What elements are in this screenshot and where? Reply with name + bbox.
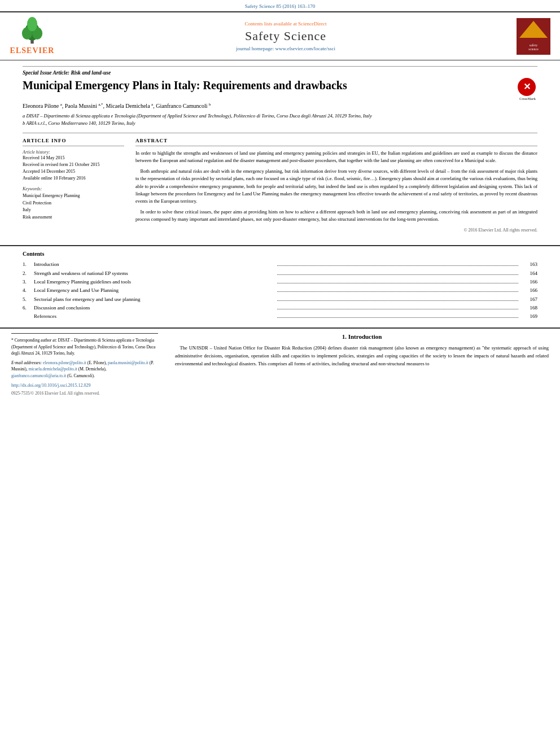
keyword-4: Risk assessment bbox=[23, 214, 124, 221]
abstract-heading: ABSTRACT bbox=[135, 138, 537, 146]
introduction-section: 1. Introduction The UN/ISDR – United Nat… bbox=[175, 333, 549, 396]
email-note: E-mail addresses: eleonora.pilone@polito… bbox=[11, 360, 158, 379]
table-of-contents: Contents 1. Introduction 163 2. Strength… bbox=[0, 251, 560, 321]
accepted-date: Accepted 14 December 2015 bbox=[23, 168, 124, 175]
toc-page-5: 167 bbox=[520, 295, 537, 304]
toc-title-6: Discussion and conclusions bbox=[34, 304, 275, 312]
toc-references: References 169 bbox=[23, 312, 537, 321]
toc-num-4: 4. bbox=[23, 286, 34, 295]
doi-link[interactable]: http://dx.doi.org/10.1016/j.ssci.2015.12… bbox=[11, 382, 158, 389]
toc-page-2: 164 bbox=[520, 269, 537, 278]
abstract-para-2: Both anthropic and natural risks are dea… bbox=[135, 168, 537, 205]
keyword-2: Civil Protection bbox=[23, 200, 124, 207]
toc-title-1: Introduction bbox=[34, 260, 275, 269]
toc-num-5: 5. bbox=[23, 295, 34, 304]
article-title-text: Municipal Emergency Plans in Italy: Requ… bbox=[23, 78, 347, 93]
toc-item-5: 5. Sectorial plans for emergency and lan… bbox=[23, 295, 537, 304]
toc-dots-5 bbox=[277, 297, 518, 300]
citation-bar: Safety Science 85 (2016) 163–170 bbox=[0, 0, 560, 11]
abstract-text-block: In order to highlight the strengths and … bbox=[135, 150, 537, 224]
footnotes-block: * Corresponding author at: DISAT – Dipar… bbox=[11, 333, 158, 396]
article-info-abstract: ARTICLE INFO Article history: Received 1… bbox=[23, 133, 537, 233]
journal-center-block: Contents lists available at ScienceDirec… bbox=[63, 21, 508, 51]
cover-thumbnail: safetyscience bbox=[517, 18, 550, 55]
toc-page-ref: 169 bbox=[520, 312, 537, 321]
toc-item-6: 6. Discussion and conclusions 168 bbox=[23, 304, 537, 312]
toc-dots-6 bbox=[277, 306, 518, 309]
toc-dots-2 bbox=[277, 271, 518, 274]
toc-dots-ref bbox=[277, 314, 518, 318]
main-content: Special Issue Article: Risk and land-use… bbox=[0, 60, 560, 238]
contents-heading: Contents bbox=[23, 251, 537, 257]
toc-item-4: 4. Local Emergency and Land Use Planning… bbox=[23, 286, 537, 295]
article-title-block: Municipal Emergency Plans in Italy: Requ… bbox=[23, 78, 537, 98]
svg-point-4 bbox=[27, 17, 37, 31]
toc-page-4: 166 bbox=[520, 286, 537, 295]
article-history: Article history: Received 14 May 2015 Re… bbox=[23, 150, 124, 182]
toc-title-2: Strength and weakness of national EP sys… bbox=[34, 269, 275, 278]
crossmark-icon: ✕ bbox=[518, 78, 536, 96]
bottom-section: * Corresponding author at: DISAT – Dipar… bbox=[0, 333, 560, 396]
toc-num-1: 1. bbox=[23, 260, 34, 269]
intro-paragraph: The UN/ISDR – United Nation Office for D… bbox=[175, 344, 549, 368]
article-info-heading: ARTICLE INFO bbox=[23, 138, 124, 146]
toc-title-ref: References bbox=[34, 312, 275, 321]
toc-num-2: 2. bbox=[23, 269, 34, 278]
journal-cover-image: safetyscience bbox=[514, 18, 553, 55]
section-divider-2 bbox=[0, 327, 560, 329]
toc-title-4: Local Emergency and Land Use Planning bbox=[34, 286, 275, 295]
crossmark-badge: ✕ CrossMark bbox=[518, 78, 537, 98]
toc-num-3: 3. bbox=[23, 278, 34, 286]
journal-header: ELSEVIER Contents lists available at Sci… bbox=[0, 11, 560, 60]
toc-dots-3 bbox=[277, 280, 518, 283]
toc-page-3: 166 bbox=[520, 278, 537, 286]
toc-title-5: Sectorial plans for emergency and land u… bbox=[34, 295, 275, 304]
received-date: Received 14 May 2015 bbox=[23, 155, 124, 161]
abstract-para-1: In order to highlight the strengths and … bbox=[135, 150, 537, 164]
sciencedirect-name: ScienceDirect bbox=[298, 21, 326, 27]
elsevier-logo: ELSEVIER bbox=[7, 17, 58, 55]
available-date: Available online 10 February 2016 bbox=[23, 175, 124, 182]
affiliation-b: b ARIA s.r.l., Corso Mediterraneo 140, 1… bbox=[23, 120, 537, 127]
toc-dots-1 bbox=[277, 263, 518, 266]
toc-num-6: 6. bbox=[23, 304, 34, 312]
sciencedirect-label: Contents lists available at ScienceDirec… bbox=[63, 21, 508, 27]
homepage-url: www.elsevier.com/locate/ssci bbox=[275, 46, 335, 51]
keywords-label: Keywords: bbox=[23, 186, 124, 191]
authors-line: Eleonora Pilone a, Paola Mussini a,*, Mi… bbox=[23, 102, 537, 109]
cover-label-text: safetyscience bbox=[528, 43, 539, 51]
history-label: Article history: bbox=[23, 150, 124, 155]
citation-text: Safety Science 85 (2016) 163–170 bbox=[245, 3, 315, 9]
affiliations-block: a DISAT – Dipartimento di Scienza applic… bbox=[23, 112, 537, 127]
journal-homepage: journal homepage: www.elsevier.com/locat… bbox=[63, 46, 508, 51]
copyright-notice: © 2016 Elsevier Ltd. All rights reserved… bbox=[135, 228, 537, 233]
issn-text: 0925-7535/© 2016 Elsevier Ltd. All right… bbox=[11, 390, 158, 396]
email-camuncoli[interactable]: gianfranco.camuncoli@aria.to.it bbox=[11, 373, 66, 378]
email-pilone[interactable]: eleonora.pilone@polito.it bbox=[43, 360, 86, 365]
article-info-panel: ARTICLE INFO Article history: Received 1… bbox=[23, 138, 124, 233]
toc-title-3: Local Emergency Planning guidelines and … bbox=[34, 278, 275, 286]
introduction-heading: 1. Introduction bbox=[175, 333, 549, 340]
revised-date: Received in revised form 21 October 2015 bbox=[23, 161, 124, 168]
corresponding-author-note: * Corresponding author at: DISAT – Dipar… bbox=[11, 337, 158, 356]
toc-page-1: 163 bbox=[520, 260, 537, 269]
email-mussini[interactable]: paola.mussini@polito.it bbox=[108, 360, 148, 365]
elsevier-tree-icon bbox=[15, 17, 49, 45]
email-label: E-mail addresses: bbox=[11, 360, 42, 365]
keyword-1: Municipal Emergency Planning bbox=[23, 193, 124, 200]
toc-item-3: 3. Local Emergency Planning guidelines a… bbox=[23, 278, 537, 286]
keyword-3: Italy bbox=[23, 207, 124, 214]
journal-title: Safety Science bbox=[63, 29, 508, 43]
abstract-panel: ABSTRACT In order to highlight the stren… bbox=[135, 138, 537, 233]
toc-item-2: 2. Strength and weakness of national EP … bbox=[23, 269, 537, 278]
keywords-section: Keywords: Municipal Emergency Planning C… bbox=[23, 186, 124, 221]
toc-item-1: 1. Introduction 163 bbox=[23, 260, 537, 269]
elsevier-brand-text: ELSEVIER bbox=[10, 46, 55, 55]
introduction-text: The UN/ISDR – United Nation Office for D… bbox=[175, 344, 549, 368]
abstract-para-3: In order to solve these critical issues,… bbox=[135, 208, 537, 223]
corresponding-author-text: * Corresponding author at: DISAT – Dipar… bbox=[11, 338, 155, 356]
email-demichela[interactable]: micaela.demichela@polito.it bbox=[28, 366, 77, 372]
section-divider-1 bbox=[0, 245, 560, 246]
toc-dots-4 bbox=[277, 289, 518, 292]
toc-page-6: 168 bbox=[520, 304, 537, 312]
